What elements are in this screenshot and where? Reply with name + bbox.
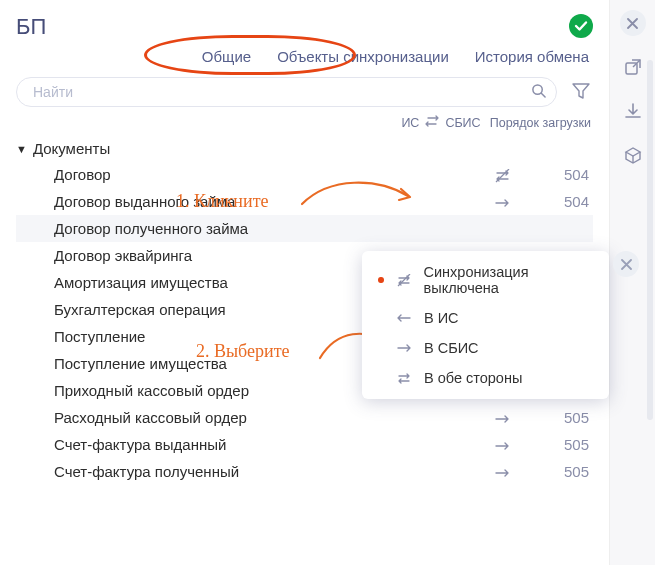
both-arrows-icon bbox=[396, 372, 412, 385]
sync-off-icon bbox=[396, 274, 412, 287]
row-label: Счет-фактура выданный bbox=[54, 436, 473, 453]
row-label: Договор bbox=[54, 166, 473, 183]
row-sync-icon[interactable] bbox=[473, 193, 533, 210]
row-label: Договор полученного займа bbox=[54, 220, 473, 237]
popout-icon[interactable] bbox=[620, 54, 646, 80]
popup-item-off[interactable]: Синхронизация выключена bbox=[362, 257, 609, 303]
popup-label: В СБИС bbox=[424, 340, 479, 356]
svg-line-3 bbox=[398, 274, 410, 286]
popup-label: Синхронизация выключена bbox=[424, 264, 593, 296]
row-sync-icon[interactable] bbox=[473, 409, 533, 426]
row-sync-icon[interactable] bbox=[473, 166, 533, 183]
arrow-right-icon bbox=[396, 343, 412, 353]
row-order-number: 505 bbox=[533, 436, 593, 453]
search-input[interactable] bbox=[31, 83, 531, 101]
group-documents[interactable]: ▼ Документы bbox=[16, 136, 593, 161]
columns-header: ИС СБИС Порядок загрузки bbox=[16, 115, 593, 130]
sync-popup: Синхронизация выключена В ИС В СБИС bbox=[362, 251, 609, 399]
search-icon[interactable] bbox=[531, 83, 546, 101]
popup-item-both[interactable]: В обе стороны bbox=[362, 363, 609, 393]
col-is: ИС bbox=[401, 116, 419, 130]
main-panel: БП Общие Объекты синхронизации История о… bbox=[0, 0, 609, 565]
row-label: Счет-фактура полученный bbox=[54, 463, 473, 480]
popup-label: В ИС bbox=[424, 310, 459, 326]
package-icon[interactable] bbox=[620, 142, 646, 168]
side-toolbar bbox=[609, 0, 655, 565]
list-item[interactable]: Договор выданного займа504 bbox=[16, 188, 593, 215]
list-item[interactable]: Договор504 bbox=[16, 161, 593, 188]
svg-line-2 bbox=[496, 169, 509, 182]
filter-icon[interactable] bbox=[569, 82, 593, 103]
row-sync-icon[interactable] bbox=[473, 436, 533, 453]
close-button[interactable] bbox=[620, 10, 646, 36]
download-icon[interactable] bbox=[620, 98, 646, 124]
caret-down-icon: ▼ bbox=[16, 143, 27, 155]
popup-item-to-is[interactable]: В ИС bbox=[362, 303, 609, 333]
row-sync-icon[interactable] bbox=[473, 463, 533, 480]
row-order-number: 505 bbox=[533, 463, 593, 480]
popup-label: В обе стороны bbox=[424, 370, 522, 386]
page-title: БП bbox=[16, 10, 46, 42]
row-label: Договор выданного займа bbox=[54, 193, 473, 210]
list-item[interactable]: Расходный кассовый ордер505 bbox=[16, 404, 593, 431]
tab-history[interactable]: История обмена bbox=[475, 48, 589, 65]
row-order-number: 504 bbox=[533, 166, 593, 183]
tabs: Общие Объекты синхронизации История обме… bbox=[16, 48, 593, 65]
popup-close-button[interactable] bbox=[613, 251, 639, 277]
tab-general[interactable]: Общие bbox=[202, 48, 251, 65]
list-item[interactable]: Счет-фактура выданный505 bbox=[16, 431, 593, 458]
status-ok-icon bbox=[569, 14, 593, 38]
row-label: Расходный кассовый ордер bbox=[54, 409, 473, 426]
group-label: Документы bbox=[33, 140, 110, 157]
svg-line-1 bbox=[541, 93, 545, 97]
popup-item-to-sbis[interactable]: В СБИС bbox=[362, 333, 609, 363]
list-item[interactable]: Договор полученного займа bbox=[16, 215, 593, 242]
search-box bbox=[16, 77, 557, 107]
col-order[interactable]: Порядок загрузки bbox=[471, 116, 591, 130]
list-item[interactable]: Счет-фактура полученный505 bbox=[16, 458, 593, 485]
both-arrows-icon bbox=[425, 115, 439, 130]
arrow-left-icon bbox=[396, 313, 412, 323]
scrollbar[interactable] bbox=[647, 60, 653, 420]
row-order-number: 505 bbox=[533, 409, 593, 426]
row-order-number: 504 bbox=[533, 193, 593, 210]
tab-sync-objects[interactable]: Объекты синхронизации bbox=[277, 48, 449, 65]
